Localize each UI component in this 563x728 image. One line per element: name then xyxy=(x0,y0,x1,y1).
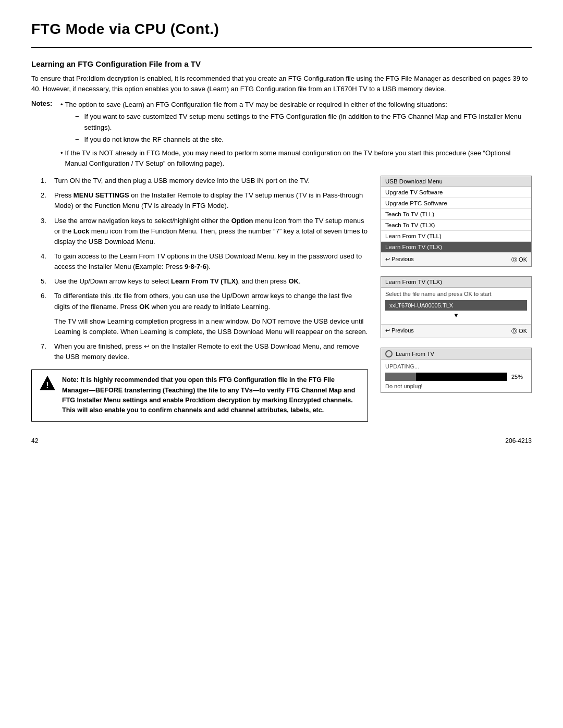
warning-text: Note: It is highly recommended that you … xyxy=(62,375,360,416)
progress-bar-fill xyxy=(385,373,416,381)
learn-panel-footer: ↩ Previous Ⓞ OK xyxy=(381,324,531,338)
step-4-num: 4. xyxy=(41,251,50,272)
intro-text: To ensure that Pro:Idiom decryption is e… xyxy=(31,73,532,94)
step-2-num: 2. xyxy=(41,190,50,211)
down-arrow: ▼ xyxy=(385,312,527,319)
menu-item-upgrade-ptc: Upgrade PTC Software xyxy=(381,198,531,209)
step-2-text: Press MENU SETTINGS on the Installer Rem… xyxy=(54,190,368,211)
step-3-num: 3. xyxy=(41,216,50,247)
page-number: 42 xyxy=(31,437,38,445)
learn-panel-subtitle: Select the file name and press OK to sta… xyxy=(385,291,527,297)
step-7: 7. When you are finished, press ↩ on the… xyxy=(41,341,368,362)
warning-block: ! Note: It is highly recommended that yo… xyxy=(31,369,368,422)
top-divider xyxy=(31,47,532,48)
learn-progress-body: UPDATING... 25% Do not unplug! xyxy=(381,360,531,392)
usb-panel-title: USB Download Menu xyxy=(381,176,531,187)
numbered-list: 1. Turn ON the TV, and then plug a USB m… xyxy=(41,176,368,362)
svg-text:!: ! xyxy=(46,381,48,390)
left-column: 1. Turn ON the TV, and then plug a USB m… xyxy=(31,176,368,422)
usb-download-menu-panel: USB Download Menu Upgrade TV Software Up… xyxy=(381,176,532,267)
step-7-text: When you are finished, press ↩ on the In… xyxy=(54,341,368,362)
progress-bar-container: 25% xyxy=(385,373,527,381)
step-2: 2. Press MENU SETTINGS on the Installer … xyxy=(41,190,368,211)
step-3: 3. Use the arrow navigation keys to sele… xyxy=(41,216,368,247)
step-1-num: 1. xyxy=(41,176,50,186)
menu-item-upgrade-tv: Upgrade TV Software xyxy=(381,187,531,198)
page-title: FTG Mode via CPU (Cont.) xyxy=(31,21,532,38)
menu-item-teach-tll: Teach To TV (TLL) xyxy=(381,209,531,220)
learn-from-tv-panel: Learn From TV (TLX) Select the file name… xyxy=(381,276,532,338)
do-not-unplug: Do not unplug! xyxy=(385,383,527,389)
learn-panel-body: Select the file name and press OK to sta… xyxy=(381,288,531,324)
updating-label: UPDATING... xyxy=(385,363,527,369)
warning-icon: ! xyxy=(39,375,56,416)
menu-item-teach-tlx: Teach To TV (TLX) xyxy=(381,220,531,231)
menu-item-learn-tlx: Learn From TV (TLX) xyxy=(381,242,531,253)
learn-progress-title-label: Learn From TV xyxy=(396,351,434,357)
step-6: 6. To differentiate this .tlx file from … xyxy=(41,291,368,312)
notes-label: Notes: xyxy=(31,100,56,170)
menu-item-learn-tll: Learn From TV (TLL) xyxy=(381,231,531,242)
notes-bullet1-text: The option to save (Learn) an FTG Config… xyxy=(65,100,447,110)
step-7-num: 7. xyxy=(41,341,50,362)
step-6-text: To differentiate this .tlx file from oth… xyxy=(54,291,368,312)
learn-panel-title: Learn From TV (TLX) xyxy=(381,277,531,288)
step-6-num: 6. xyxy=(41,291,50,312)
filename-bar: xxLT670H-UA00005.TLX xyxy=(385,300,527,311)
step-note-num xyxy=(41,316,50,337)
ok-label-2: Ⓞ OK xyxy=(511,327,527,335)
dash-1: − xyxy=(75,112,79,132)
usb-panel-footer: ↩ Previous Ⓞ OK xyxy=(381,253,531,266)
notes-content: • The option to save (Learn) an FTG Conf… xyxy=(60,100,532,170)
notes-sub1-text: If you want to save customized TV setup … xyxy=(84,112,532,132)
step-1: 1. Turn ON the TV, and then plug a USB m… xyxy=(41,176,368,186)
step-3-text: Use the arrow navigation keys to select/… xyxy=(54,216,368,247)
ok-label: Ⓞ OK xyxy=(511,256,527,264)
dash-2: − xyxy=(75,134,79,145)
progress-pct: 25% xyxy=(511,374,527,380)
footer: 42 206-4213 xyxy=(31,437,532,445)
step-1-text: Turn ON the TV, and then plug a USB memo… xyxy=(54,176,310,186)
step-5: 5. Use the Up/Down arrow keys to select … xyxy=(41,276,368,287)
bullet-dot-1: • xyxy=(60,100,63,110)
step-5-num: 5. xyxy=(41,276,50,287)
step-5-text: Use the Up/Down arrow keys to select Lea… xyxy=(54,276,301,287)
notes-sub2-text: If you do not know the RF channels at th… xyxy=(84,134,224,145)
bullet-dot-2: • xyxy=(60,148,63,169)
step-4-text: To gain access to the Learn From TV opti… xyxy=(54,251,368,272)
progress-bar-bg xyxy=(385,373,507,381)
learn-progress-title: Learn From TV xyxy=(381,348,531,360)
back-arrow-label-2: ↩ Previous xyxy=(385,327,414,335)
right-column: USB Download Menu Upgrade TV Software Up… xyxy=(381,176,532,422)
circle-icon xyxy=(385,350,393,357)
notes-bullet2-text: If the TV is NOT already in FTG Mode, yo… xyxy=(65,148,532,169)
section-title: Learning an FTG Configuration File from … xyxy=(31,59,532,68)
step-note-text: The TV will show Learning completion pro… xyxy=(54,316,368,337)
step-note: The TV will show Learning completion pro… xyxy=(41,316,368,337)
back-arrow-label: ↩ Previous xyxy=(385,256,414,264)
doc-number: 206-4213 xyxy=(505,437,532,445)
step-4: 4. To gain access to the Learn From TV o… xyxy=(41,251,368,272)
learn-progress-panel: Learn From TV UPDATING... 25% Do not unp… xyxy=(381,348,532,393)
